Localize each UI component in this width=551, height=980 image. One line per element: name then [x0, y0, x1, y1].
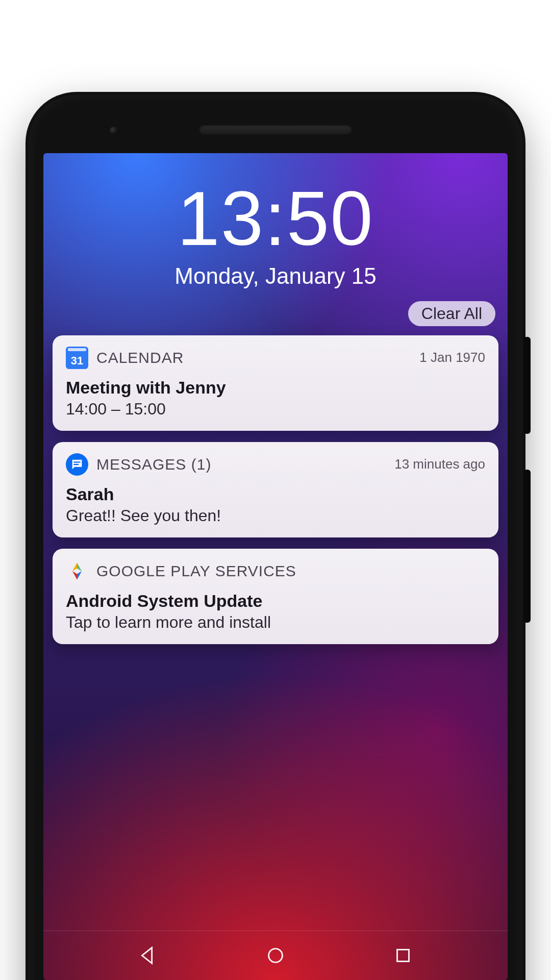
recents-button[interactable]: [385, 938, 421, 973]
volume-button[interactable]: [523, 470, 531, 623]
notification-title: Android System Update: [66, 590, 485, 612]
notification-timestamp: 13 minutes ago: [394, 456, 485, 472]
notification-card[interactable]: MESSAGES (1) 13 minutes ago Sarah Great!…: [53, 442, 498, 537]
clear-all-button[interactable]: Clear All: [408, 301, 495, 326]
home-button[interactable]: [258, 938, 293, 973]
phone-frame: 13:50 Monday, January 15 Clear All 31 CA…: [26, 92, 525, 980]
svg-rect-5: [397, 950, 409, 962]
notification-body: Tap to learn more and install: [66, 613, 485, 632]
notification-timestamp: 1 Jan 1970: [419, 350, 485, 365]
svg-marker-3: [77, 571, 82, 580]
play-services-icon: [66, 560, 88, 582]
navbar-divider: [43, 930, 508, 931]
earpiece: [199, 125, 352, 135]
svg-point-4: [269, 949, 283, 963]
notification-title: Sarah: [66, 483, 485, 505]
notification-body: Great!! See you then!: [66, 506, 485, 525]
front-camera: [110, 127, 118, 135]
lockscreen-header: 13:50 Monday, January 15: [43, 153, 508, 294]
lockscreen-date: Monday, January 15: [59, 263, 492, 289]
notification-title: Meeting with Jenny: [66, 376, 485, 399]
calendar-icon-day: 31: [66, 354, 88, 368]
notification-list: 31 CALENDAR 1 Jan 1970 Meeting with Jenn…: [43, 331, 508, 655]
notification-app-name: MESSAGES (1): [96, 456, 211, 473]
android-navbar: [43, 931, 508, 980]
notification-app-name: GOOGLE PLAY SERVICES: [96, 562, 296, 580]
notification-card[interactable]: GOOGLE PLAY SERVICES Android System Upda…: [53, 549, 498, 644]
svg-marker-2: [72, 571, 77, 580]
phone-top-bezel: [43, 107, 508, 153]
svg-marker-1: [72, 562, 77, 571]
messages-icon: [66, 453, 88, 476]
power-button[interactable]: [523, 337, 531, 434]
lockscreen-time: 13:50: [59, 179, 492, 259]
notification-app-name: CALENDAR: [96, 349, 184, 366]
svg-marker-0: [77, 562, 82, 571]
screen: 13:50 Monday, January 15 Clear All 31 CA…: [43, 153, 508, 980]
calendar-icon: 31: [66, 347, 88, 369]
notification-card[interactable]: 31 CALENDAR 1 Jan 1970 Meeting with Jenn…: [53, 335, 498, 431]
notification-body: 14:00 – 15:00: [66, 400, 485, 419]
back-button[interactable]: [130, 938, 166, 973]
